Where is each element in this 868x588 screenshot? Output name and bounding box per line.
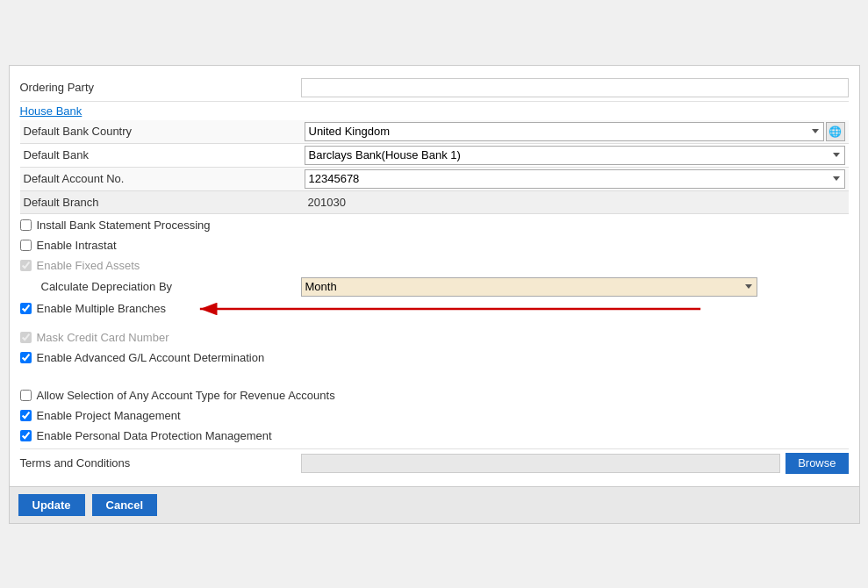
default-bank-label: Default Bank	[24, 148, 305, 161]
gap3	[20, 376, 849, 384]
default-account-label: Default Account No.	[24, 172, 305, 185]
default-bank-select[interactable]: Barclays Bank(House Bank 1) HSBC Lloyds	[305, 146, 845, 165]
terms-row: Terms and Conditions Browse	[20, 448, 849, 477]
ordering-party-label: Ordering Party	[20, 81, 301, 94]
red-arrow-indicator	[191, 298, 709, 318]
main-form: Ordering Party House Bank Default Bank C…	[9, 65, 860, 524]
enable-project-management-row: Enable Project Management	[20, 405, 849, 425]
allow-selection-checkbox[interactable]	[20, 390, 32, 401]
house-bank-link[interactable]: House Bank	[20, 104, 82, 118]
cancel-button[interactable]: Cancel	[92, 494, 158, 516]
bottom-bar: Update Cancel	[10, 486, 859, 523]
default-bank-wrapper: Barclays Bank(House Bank 1) HSBC Lloyds	[305, 146, 845, 165]
default-branch-value: 201030	[305, 194, 349, 211]
gap2	[20, 367, 849, 376]
enable-personal-data-checkbox[interactable]	[20, 430, 32, 441]
gap1	[20, 318, 849, 326]
default-bank-row: Default Bank Barclays Bank(House Bank 1)…	[20, 144, 849, 168]
enable-multiple-branches-row: Enable Multiple Branches	[20, 299, 849, 318]
terms-input[interactable]	[301, 454, 781, 473]
enable-fixed-assets-checkbox	[20, 260, 32, 271]
default-branch-row: Default Branch 201030	[20, 191, 849, 214]
install-bank-statement-label[interactable]: Install Bank Statement Processing	[37, 219, 211, 232]
mask-credit-card-checkbox	[20, 332, 32, 343]
enable-intrastat-label[interactable]: Enable Intrastat	[37, 239, 117, 252]
default-branch-label: Default Branch	[24, 196, 305, 209]
enable-advanced-gl-row: Enable Advanced G/L Account Determinatio…	[20, 347, 849, 367]
enable-intrastat-checkbox[interactable]	[20, 240, 32, 251]
house-bank-section: House Bank	[20, 102, 849, 120]
calculate-depreciation-row: Calculate Depreciation By Month Year Qua…	[20, 275, 849, 299]
install-bank-statement-row: Install Bank Statement Processing	[20, 214, 849, 234]
enable-intrastat-row: Enable Intrastat	[20, 234, 849, 255]
enable-advanced-gl-checkbox[interactable]	[20, 352, 32, 363]
install-bank-statement-checkbox[interactable]	[20, 219, 32, 231]
depreciation-select[interactable]: Month Year Quarter	[301, 277, 757, 297]
update-button[interactable]: Update	[18, 494, 85, 516]
enable-advanced-gl-label[interactable]: Enable Advanced G/L Account Determinatio…	[37, 351, 265, 364]
mask-credit-card-row: Mask Credit Card Number	[20, 326, 849, 347]
ordering-party-row: Ordering Party	[20, 75, 849, 102]
globe-button[interactable]: 🌐	[826, 122, 845, 141]
mask-credit-card-label: Mask Credit Card Number	[37, 331, 169, 344]
enable-multiple-branches-checkbox[interactable]	[20, 303, 32, 314]
enable-project-management-label[interactable]: Enable Project Management	[37, 409, 181, 422]
enable-personal-data-row: Enable Personal Data Protection Manageme…	[20, 425, 849, 445]
enable-project-management-checkbox[interactable]	[20, 410, 32, 421]
allow-selection-row: Allow Selection of Any Account Type for …	[20, 384, 849, 405]
enable-fixed-assets-row: Enable Fixed Assets	[20, 255, 849, 275]
default-account-select[interactable]: 12345678 87654321	[305, 169, 845, 189]
calculate-depreciation-label: Calculate Depreciation By	[41, 280, 301, 293]
default-account-row: Default Account No. 12345678 87654321	[20, 168, 849, 191]
allow-selection-label[interactable]: Allow Selection of Any Account Type for …	[37, 389, 335, 402]
terms-label: Terms and Conditions	[20, 456, 301, 470]
default-bank-country-row: Default Bank Country United Kingdom Unit…	[20, 120, 849, 144]
browse-button[interactable]: Browse	[786, 453, 848, 474]
enable-multiple-branches-label[interactable]: Enable Multiple Branches	[37, 302, 166, 315]
default-bank-country-label: Default Bank Country	[24, 125, 305, 138]
ordering-party-input[interactable]	[301, 78, 849, 97]
default-bank-country-wrapper: United Kingdom United States Germany Fra…	[305, 122, 845, 141]
enable-fixed-assets-label: Enable Fixed Assets	[37, 259, 140, 272]
default-account-wrapper: 12345678 87654321	[305, 169, 845, 189]
enable-personal-data-label[interactable]: Enable Personal Data Protection Manageme…	[37, 429, 272, 442]
default-bank-country-select[interactable]: United Kingdom United States Germany Fra…	[305, 122, 824, 141]
